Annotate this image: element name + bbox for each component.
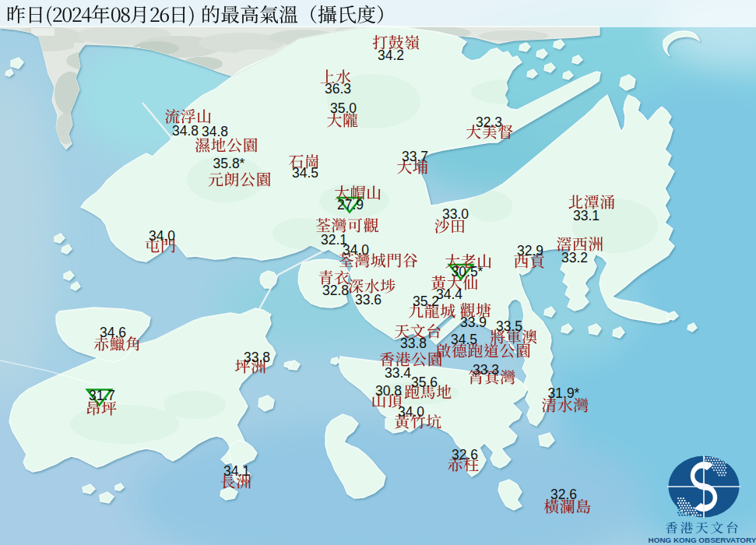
svg-text:36.3: 36.3 [325, 81, 351, 97]
svg-text:34.5: 34.5 [292, 165, 318, 181]
svg-text:34.8: 34.8 [172, 123, 199, 139]
svg-text:35.0: 35.0 [330, 100, 357, 116]
svg-text:34.2: 34.2 [378, 47, 404, 63]
svg-text:33.0: 33.0 [442, 206, 469, 222]
svg-text:33.5: 33.5 [496, 318, 522, 334]
svg-text:32.8: 32.8 [322, 283, 349, 298]
svg-text:35.6: 35.6 [411, 374, 438, 390]
svg-text:34.4: 34.4 [436, 287, 462, 302]
svg-text:33.3: 33.3 [473, 362, 499, 378]
svg-text:34.0: 34.0 [398, 404, 424, 420]
svg-text:34.8: 34.8 [202, 124, 228, 139]
svg-text:HONG KONG OBSERVATORY: HONG KONG OBSERVATORY [649, 536, 756, 544]
svg-text:33.1: 33.1 [573, 208, 600, 223]
svg-text:33.9: 33.9 [460, 315, 487, 330]
svg-text:32.6: 32.6 [452, 447, 478, 462]
svg-text:34.0: 34.0 [149, 228, 175, 244]
svg-text:30.8: 30.8 [375, 383, 402, 399]
svg-text:34.1: 34.1 [223, 463, 250, 479]
svg-text:35.8*: 35.8* [213, 156, 245, 171]
svg-text:31.7: 31.7 [89, 388, 115, 403]
svg-text:27.9: 27.9 [337, 197, 364, 213]
svg-text:34.6: 34.6 [100, 325, 126, 340]
svg-text:31.9*: 31.9* [548, 385, 580, 401]
svg-text:34.5: 34.5 [451, 332, 477, 347]
svg-text:33.2: 33.2 [561, 250, 588, 265]
svg-text:33.8: 33.8 [244, 350, 270, 365]
svg-text:33.4: 33.4 [385, 365, 411, 381]
svg-text:33.8: 33.8 [400, 336, 427, 351]
svg-text:32.9: 32.9 [517, 243, 543, 258]
svg-text:34.0: 34.0 [343, 242, 369, 258]
svg-text:32.6: 32.6 [550, 487, 577, 502]
svg-text:32.3: 32.3 [476, 114, 502, 130]
svg-text:35.2: 35.2 [413, 294, 439, 309]
svg-text:33.6: 33.6 [355, 292, 382, 308]
svg-text:33.7: 33.7 [402, 149, 428, 164]
